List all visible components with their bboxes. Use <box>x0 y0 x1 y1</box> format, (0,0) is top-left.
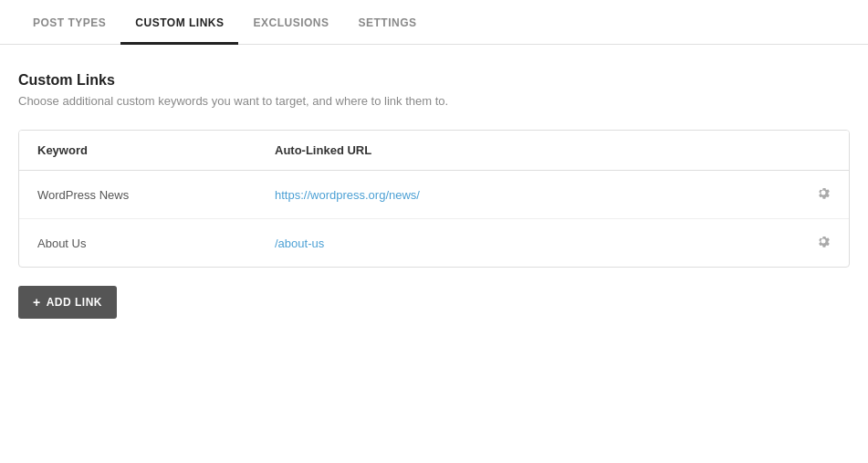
row-keyword-2: About Us <box>37 237 275 250</box>
links-table: Keyword Auto-Linked URL WordPress News h… <box>18 130 850 268</box>
gear-icon-1 <box>816 185 831 200</box>
row-action-1[interactable] <box>794 185 831 204</box>
plus-icon: + <box>33 295 41 310</box>
section-description: Choose additional custom keywords you wa… <box>18 94 850 108</box>
row-keyword-1: WordPress News <box>37 188 275 202</box>
row-url-2: /about-us <box>275 237 794 250</box>
add-link-button[interactable]: + ADD LINK <box>18 286 117 319</box>
tab-post-types[interactable]: POST TYPES <box>18 0 120 45</box>
row-action-2[interactable] <box>794 234 831 252</box>
table-row: WordPress News https://wordpress.org/new… <box>19 171 849 219</box>
row-url-link-2[interactable]: /about-us <box>275 237 324 250</box>
tab-custom-links[interactable]: CUSTOM LINKS <box>120 0 238 45</box>
column-header-url: Auto-Linked URL <box>275 143 794 157</box>
column-header-keyword: Keyword <box>37 143 275 157</box>
add-link-label: ADD LINK <box>47 296 102 309</box>
tab-settings[interactable]: SETTINGS <box>344 0 432 45</box>
table-header: Keyword Auto-Linked URL <box>19 131 849 171</box>
table-row: About Us /about-us <box>19 219 849 267</box>
tabs-bar: POST TYPES CUSTOM LINKS EXCLUSIONS SETTI… <box>0 0 868 45</box>
row-url-link-1[interactable]: https://wordpress.org/news/ <box>275 188 420 202</box>
row-url-1: https://wordpress.org/news/ <box>275 188 794 202</box>
content-area: Custom Links Choose additional custom ke… <box>0 45 868 337</box>
tab-exclusions[interactable]: EXCLUSIONS <box>238 0 343 45</box>
gear-icon-2 <box>816 234 831 248</box>
section-title: Custom Links <box>18 72 850 89</box>
column-header-action <box>794 143 831 157</box>
page-wrapper: POST TYPES CUSTOM LINKS EXCLUSIONS SETTI… <box>0 0 868 463</box>
